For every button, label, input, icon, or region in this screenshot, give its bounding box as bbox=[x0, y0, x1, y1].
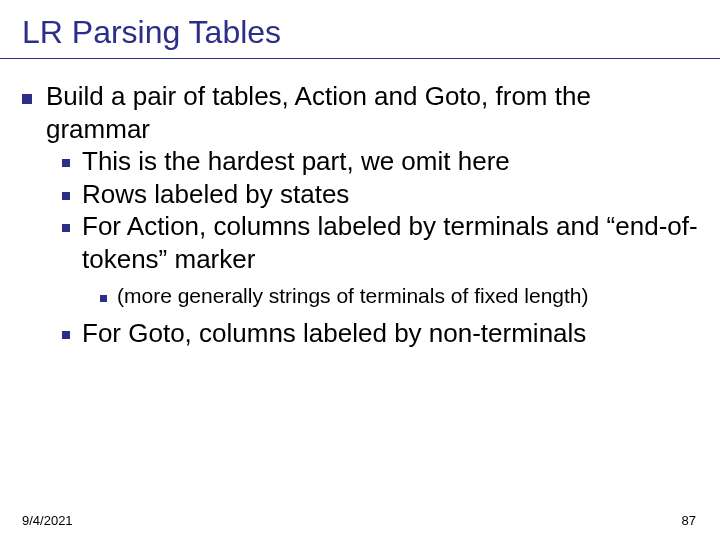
bullet-text: For Goto, columns labeled by non-termina… bbox=[82, 317, 586, 350]
bullet-level2: Rows labeled by states bbox=[62, 178, 700, 211]
title-underline bbox=[0, 58, 720, 59]
square-bullet-icon bbox=[62, 192, 70, 200]
bullet-level3: (more generally strings of terminals of … bbox=[100, 283, 700, 309]
bullet-text: (more generally strings of terminals of … bbox=[117, 283, 589, 309]
slide: LR Parsing Tables Build a pair of tables… bbox=[0, 0, 720, 540]
page-title: LR Parsing Tables bbox=[22, 14, 281, 51]
square-bullet-icon bbox=[100, 295, 107, 302]
content-area: Build a pair of tables, Action and Goto,… bbox=[22, 78, 700, 350]
bullet-text: Build a pair of tables, Action and Goto,… bbox=[46, 80, 700, 145]
square-bullet-icon bbox=[62, 159, 70, 167]
bullet-level2: For Action, columns labeled by terminals… bbox=[62, 210, 700, 275]
bullet-level2: This is the hardest part, we omit here bbox=[62, 145, 700, 178]
square-bullet-icon bbox=[22, 94, 32, 104]
square-bullet-icon bbox=[62, 331, 70, 339]
bullet-text: Rows labeled by states bbox=[82, 178, 349, 211]
square-bullet-icon bbox=[62, 224, 70, 232]
bullet-level2: For Goto, columns labeled by non-termina… bbox=[62, 317, 700, 350]
bullet-text: This is the hardest part, we omit here bbox=[82, 145, 510, 178]
bullet-text: For Action, columns labeled by terminals… bbox=[82, 210, 700, 275]
page-number: 87 bbox=[682, 513, 696, 528]
bullet-level1: Build a pair of tables, Action and Goto,… bbox=[22, 80, 700, 145]
footer-date: 9/4/2021 bbox=[22, 513, 73, 528]
